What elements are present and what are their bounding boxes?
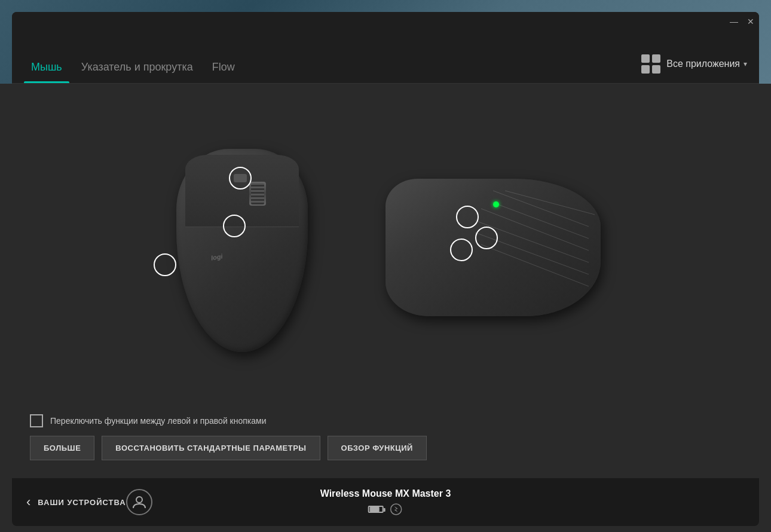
svg-line-0 bbox=[493, 191, 589, 227]
swap-buttons-row: Переключить функции между левой и правой… bbox=[30, 414, 741, 427]
device-name: Wireless Mouse MX Master 3 bbox=[320, 488, 451, 499]
bottom-options: Переключить функции между левой и правой… bbox=[30, 405, 741, 466]
mouse-side-body bbox=[386, 179, 601, 316]
grid-cell-2 bbox=[652, 54, 660, 63]
apps-dropdown[interactable]: Все приложения ▾ bbox=[666, 59, 747, 69]
button-back-forward-bot[interactable] bbox=[450, 239, 473, 261]
button-side-left[interactable] bbox=[154, 253, 176, 276]
tab-flow[interactable]: Flow bbox=[205, 61, 242, 83]
swap-buttons-checkbox[interactable] bbox=[30, 414, 43, 427]
button-back-forward-mid[interactable] bbox=[475, 227, 498, 249]
mouse-display: logi bbox=[30, 96, 741, 405]
svg-line-2 bbox=[505, 191, 595, 215]
grid-view-button[interactable] bbox=[641, 54, 660, 74]
nav-tabs: Мышь Указатель и прокрутка Flow Все прил… bbox=[12, 31, 759, 84]
minimize-button[interactable]: — bbox=[730, 18, 738, 25]
battery-body bbox=[368, 506, 384, 513]
mouse-front-view: logi bbox=[158, 137, 326, 364]
battery-fill bbox=[370, 507, 380, 512]
swap-buttons-label: Переключить функции между левой и правой… bbox=[50, 416, 266, 426]
button-back-forward-top[interactable] bbox=[456, 206, 479, 228]
scroll-wheel-visual bbox=[249, 182, 266, 206]
button-scroll-wheel[interactable] bbox=[229, 167, 252, 189]
main-content: logi bbox=[12, 84, 759, 478]
led-indicator bbox=[493, 201, 499, 207]
logi-brand-text: logi bbox=[210, 252, 223, 261]
reset-button[interactable]: ВОССТАНОВИТЬ СТАНДАРТНЫЕ ПАРАМЕТРЫ bbox=[102, 436, 320, 460]
apps-all-label: Все приложения bbox=[666, 59, 740, 69]
footer: ‹ ВАШИ УСТРОЙСТВА Wireless Mouse MX Mast… bbox=[12, 478, 759, 526]
back-arrow-icon: ‹ bbox=[26, 494, 30, 510]
title-bar: — ✕ bbox=[12, 12, 759, 31]
app-window: — ✕ Мышь Указатель и прокрутка Flow Все … bbox=[12, 12, 759, 526]
your-devices-label: ВАШИ УСТРОЙСТВА bbox=[38, 498, 126, 507]
battery-icon bbox=[368, 506, 384, 513]
grid-cell-4 bbox=[652, 65, 660, 74]
close-button[interactable]: ✕ bbox=[747, 18, 754, 25]
device-icons bbox=[368, 503, 403, 516]
action-buttons: БОЛЬШЕ ВОССТАНОВИТЬ СТАНДАРТНЫЕ ПАРАМЕТР… bbox=[30, 436, 741, 460]
back-to-devices-button[interactable]: ‹ ВАШИ УСТРОЙСТВА bbox=[26, 494, 126, 510]
tab-mouse[interactable]: Мышь bbox=[24, 61, 69, 83]
button-middle[interactable] bbox=[223, 215, 246, 237]
grid-cell-3 bbox=[641, 65, 650, 74]
svg-point-8 bbox=[136, 497, 142, 503]
svg-line-3 bbox=[481, 209, 589, 250]
tab-pointer[interactable]: Указатель и прокрутка bbox=[74, 61, 200, 83]
footer-center: Wireless Mouse MX Master 3 bbox=[320, 488, 451, 516]
grid-cell-1 bbox=[641, 54, 650, 63]
chevron-down-icon: ▾ bbox=[744, 60, 747, 68]
user-account-button[interactable] bbox=[126, 489, 152, 515]
svg-line-6 bbox=[481, 244, 589, 286]
overview-button[interactable]: ОБЗОР ФУНКЦИЙ bbox=[328, 436, 427, 460]
svg-line-1 bbox=[493, 203, 589, 239]
logitech-bolt-icon bbox=[390, 503, 403, 516]
nav-right: Все приложения ▾ bbox=[641, 54, 747, 83]
mouse-side-view bbox=[374, 167, 613, 334]
more-button[interactable]: БОЛЬШЕ bbox=[30, 436, 94, 460]
